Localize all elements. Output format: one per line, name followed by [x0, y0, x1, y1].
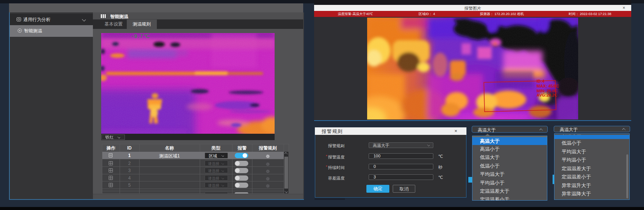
- svg-text:ID:4: ID:4: [536, 79, 545, 83]
- svg-text:AVG:28.2C: AVG:28.2C: [536, 93, 557, 97]
- svg-text:MAX: 45/8C: MAX: 45/8C: [536, 84, 559, 88]
- svg-text:-9.7℃: -9.7℃: [132, 33, 150, 39]
